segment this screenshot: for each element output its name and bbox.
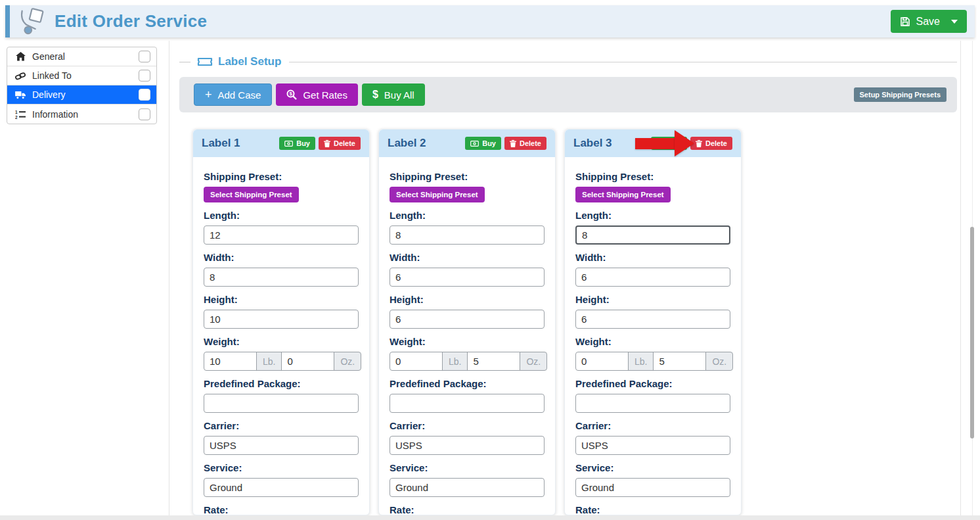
service-label: Service: xyxy=(390,462,545,473)
label-card-3: Label 3 Buy Delete Shipping Preset: Sele… xyxy=(564,129,742,515)
ordered-list-icon: 1 2 xyxy=(13,110,28,119)
length-label: Length: xyxy=(390,210,545,221)
dollar-icon: $ xyxy=(372,89,378,101)
carrier-input[interactable] xyxy=(204,436,359,455)
carrier-label: Carrier: xyxy=(204,420,359,431)
length-label: Length: xyxy=(204,210,359,221)
width-input[interactable] xyxy=(390,268,545,287)
buy-label: Buy xyxy=(482,139,496,147)
sidebar-item-delivery[interactable]: Delivery xyxy=(7,85,156,105)
weight-oz-input[interactable] xyxy=(467,352,520,371)
height-input[interactable] xyxy=(390,310,545,329)
select-shipping-preset-button[interactable]: Select Shipping Preset xyxy=(575,187,671,202)
width-input[interactable] xyxy=(575,268,730,287)
buy-all-button[interactable]: $ Buy All xyxy=(362,83,425,106)
shipping-preset-label: Shipping Preset: xyxy=(204,171,359,182)
sidebar-item-linked-to[interactable]: Linked To xyxy=(7,66,156,85)
delete-label: Delete xyxy=(705,139,727,147)
ticket-icon xyxy=(197,57,213,67)
weight-oz-input[interactable] xyxy=(653,352,706,371)
save-button[interactable]: Save xyxy=(891,10,967,33)
right-column-divider xyxy=(960,41,961,520)
lb-addon: Lb. xyxy=(628,352,654,371)
oz-addon: Oz. xyxy=(334,352,361,371)
buy-button[interactable]: Buy xyxy=(279,137,315,150)
hand-truck-icon xyxy=(19,8,48,35)
weight-input-group: Lb. Oz. xyxy=(390,352,545,371)
length-input[interactable] xyxy=(204,225,359,245)
legend-dash xyxy=(179,62,190,62)
get-rates-button[interactable]: $ Get Rates xyxy=(276,83,358,106)
service-input[interactable] xyxy=(575,478,730,497)
weight-lb-input[interactable] xyxy=(204,352,257,371)
carrier-input[interactable] xyxy=(390,436,545,455)
buy-button[interactable]: Buy xyxy=(465,137,501,150)
predefined-package-input[interactable] xyxy=(390,394,545,413)
delete-button[interactable]: Delete xyxy=(690,137,732,150)
label-setup-legend: Label Setup xyxy=(179,55,960,69)
delete-button[interactable]: Delete xyxy=(504,137,546,150)
information-checkbox[interactable] xyxy=(139,108,150,120)
label-cards: Label 1 Buy Delete Shipping Preset: Sele… xyxy=(192,129,742,515)
weight-lb-input[interactable] xyxy=(390,352,443,371)
general-checkbox[interactable] xyxy=(139,51,150,62)
carrier-label: Carrier: xyxy=(575,420,730,431)
chevron-down-icon xyxy=(951,20,958,24)
bottom-strip xyxy=(0,515,980,520)
weight-label: Weight: xyxy=(575,336,730,347)
weight-oz-input[interactable] xyxy=(281,352,334,371)
money-icon xyxy=(284,141,293,147)
weight-lb-input[interactable] xyxy=(575,352,629,371)
home-icon xyxy=(13,52,28,61)
label-card-body: Shipping Preset: Select Shipping Preset … xyxy=(193,157,369,520)
width-input[interactable] xyxy=(204,268,359,287)
select-shipping-preset-button[interactable]: Select Shipping Preset xyxy=(204,187,299,202)
carrier-input[interactable] xyxy=(575,436,730,455)
rate-label: Rate: xyxy=(575,504,730,515)
legend-line xyxy=(289,62,957,62)
sidebar-item-label: General xyxy=(32,51,65,62)
height-input[interactable] xyxy=(204,310,359,329)
sidebar-item-general[interactable]: General xyxy=(7,47,156,66)
select-shipping-preset-button[interactable]: Select Shipping Preset xyxy=(390,187,485,202)
vertical-scrollbar-thumb[interactable] xyxy=(970,227,974,438)
height-label: Height: xyxy=(390,294,545,305)
service-input[interactable] xyxy=(204,478,359,497)
oz-addon: Oz. xyxy=(520,352,547,371)
sidebar: General Linked To Delivery xyxy=(7,47,157,124)
screen: Edit Order Service Save General xyxy=(0,0,980,520)
label-card-2: Label 2 Buy Delete Shipping Preset: Sele… xyxy=(378,129,556,515)
predefined-package-input[interactable] xyxy=(575,394,730,413)
service-input[interactable] xyxy=(390,478,545,497)
add-case-button[interactable]: + Add Case xyxy=(194,83,272,106)
predefined-package-input[interactable] xyxy=(204,394,359,413)
height-input[interactable] xyxy=(575,310,730,329)
lb-addon: Lb. xyxy=(256,352,282,371)
width-label: Width: xyxy=(575,252,730,263)
linked-to-checkbox[interactable] xyxy=(139,70,150,82)
page-header: Edit Order Service Save xyxy=(5,5,975,37)
weight-input-group: Lb. Oz. xyxy=(575,352,730,371)
label-card-header: Label 1 Buy Delete xyxy=(193,130,369,157)
weight-input-group: Lb. Oz. xyxy=(204,352,359,371)
buy-label: Buy xyxy=(296,139,310,147)
floppy-icon xyxy=(900,16,910,27)
save-button-label: Save xyxy=(916,16,940,28)
setup-shipping-presets-button[interactable]: Setup Shipping Presets xyxy=(854,87,947,102)
label-card-body: Shipping Preset: Select Shipping Preset … xyxy=(565,157,741,520)
weight-label: Weight: xyxy=(204,336,359,347)
predefined-package-label: Predefined Package: xyxy=(390,378,545,389)
delivery-checkbox[interactable] xyxy=(139,89,150,101)
svg-text:1: 1 xyxy=(15,110,18,114)
length-input[interactable] xyxy=(390,225,545,245)
page-title: Edit Order Service xyxy=(55,11,207,32)
delete-button[interactable]: Delete xyxy=(319,137,361,150)
svg-text:2: 2 xyxy=(15,114,18,119)
trash-icon xyxy=(696,140,702,147)
sidebar-item-information[interactable]: 1 2 Information xyxy=(7,105,156,124)
rate-label: Rate: xyxy=(390,504,545,515)
buy-all-label: Buy All xyxy=(384,89,414,101)
search-dollar-icon: $ xyxy=(286,89,297,100)
length-input[interactable] xyxy=(575,225,730,245)
service-label: Service: xyxy=(575,462,730,473)
